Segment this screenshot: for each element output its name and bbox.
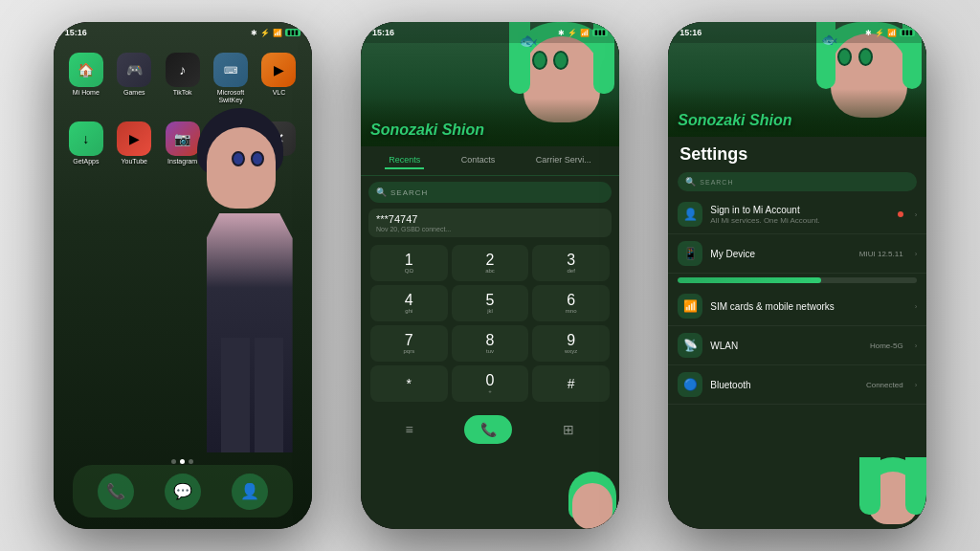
- key-7[interactable]: 7 pqrs: [370, 325, 448, 362]
- bluetooth-value: Connected: [866, 381, 903, 389]
- key-1[interactable]: 1 QΩ: [370, 245, 448, 281]
- wlan-value: Home-5G: [870, 342, 903, 350]
- bluetooth-title: Bluetooth: [710, 380, 858, 390]
- search-placeholder: SEARCH: [390, 188, 428, 197]
- app-icon-youtube[interactable]: ▶ YouTube: [113, 121, 155, 165]
- dialer-tabs: Recents Contacts Carrier Servi...: [361, 146, 619, 176]
- dialer-header: 🐟 Sonozaki Shion 15:16 ✱ ⚡ 📶 ▮▮▮: [361, 22, 619, 146]
- settings-item-wlan[interactable]: 📡 WLAN Home-5G ›: [668, 326, 926, 365]
- settings-header-name: Sonozaki Shion: [678, 112, 791, 129]
- status-icons-phone1: ✱ ⚡ 📶 ▮▮▮: [251, 29, 301, 37]
- device-chevron: ›: [915, 250, 918, 258]
- key-5[interactable]: 5 jkl: [452, 285, 529, 321]
- tab-recents[interactable]: Recents: [385, 152, 424, 169]
- key-4[interactable]: 4 ghi: [370, 285, 448, 321]
- tab-contacts[interactable]: Contacts: [457, 152, 500, 169]
- settings-header: 🐟 Sonozaki Shion 15:16 ✱ ⚡ 📶 ▮▮▮: [668, 22, 926, 137]
- bluetooth-chevron: ›: [915, 381, 918, 389]
- mi-account-icon: 👤: [678, 202, 702, 227]
- mi-account-chevron: ›: [915, 210, 918, 219]
- settings-item-bluetooth[interactable]: 🔵 Bluetooth Connected ›: [668, 365, 926, 405]
- status-bar-phone2: 15:16 ✱ ⚡ 📶 ▮▮▮: [361, 22, 619, 43]
- tab-carrier[interactable]: Carrier Servi...: [532, 152, 595, 169]
- settings-search[interactable]: 🔍 SEARCH: [678, 172, 917, 191]
- key-star[interactable]: *: [370, 365, 448, 402]
- bottom-character-peek: [552, 462, 619, 529]
- call-button[interactable]: 📞: [464, 415, 512, 444]
- dock-contact-icon[interactable]: 👤: [232, 474, 268, 510]
- dialer-grid-icon[interactable]: ⊞: [563, 422, 574, 437]
- device-storage-bar: [678, 277, 917, 283]
- key-8[interactable]: 8 tuv: [452, 325, 529, 362]
- status-bar-phone1: 15:16 ✱ ⚡ 📶 ▮▮▮: [54, 22, 312, 43]
- settings-item-sim[interactable]: 📶 SIM cards & mobile networks ›: [668, 287, 926, 326]
- mi-account-subtitle: All Mi services. One Mi Account.: [710, 216, 889, 225]
- device-icon: 📱: [678, 241, 702, 266]
- mi-account-title: Sign in to Mi Account: [710, 205, 889, 215]
- sim-title: SIM cards & mobile networks: [710, 301, 906, 312]
- sim-chevron: ›: [915, 302, 918, 311]
- wlan-title: WLAN: [710, 341, 862, 351]
- recent-number-text: ***74747: [376, 213, 604, 225]
- settings-bottom-character: [850, 452, 926, 529]
- recent-date-text: Nov 20, GSBD connect...: [376, 226, 604, 232]
- settings-title: Settings: [668, 137, 926, 168]
- status-time-phone3: 15:16: [679, 28, 702, 37]
- sim-icon: 📶: [678, 294, 702, 319]
- search-icon: 🔍: [376, 187, 387, 197]
- wallpaper-character: [159, 79, 312, 452]
- dialer-menu-icon[interactable]: ≡: [406, 422, 413, 437]
- device-value: MIUI 12.5.11: [859, 250, 903, 258]
- dialer-header-name: Sonozaki Shion: [370, 121, 484, 139]
- status-bar-phone3: 15:16 ✱ ⚡ 📶 ▮▮▮: [668, 22, 926, 43]
- key-0[interactable]: 0 +: [452, 365, 529, 402]
- dialer-bottom-controls: ≡ 📞 ⊞: [361, 409, 619, 450]
- dock: 📞 💬 👤: [73, 465, 293, 518]
- settings-item-mi-account[interactable]: 👤 Sign in to Mi Account All Mi services.…: [668, 195, 926, 234]
- device-storage-fill: [678, 277, 821, 283]
- app-icon-games[interactable]: 🎮 Games: [113, 53, 155, 103]
- mi-account-dot: [898, 211, 903, 217]
- recent-call[interactable]: ***74747 Nov 20, GSBD connect...: [368, 209, 612, 237]
- app-icon-mihome[interactable]: 🏠 Mi Home: [65, 53, 107, 103]
- bluetooth-icon: 🔵: [678, 372, 702, 397]
- status-time-phone1: 15:16: [65, 28, 87, 37]
- screenshot-container: 15:16 ✱ ⚡ 📶 ▮▮▮ 🏠 Mi Home 🎮: [0, 0, 980, 551]
- key-2[interactable]: 2 abc: [452, 245, 529, 281]
- phone3: 🐟 Sonozaki Shion 15:16 ✱ ⚡ 📶 ▮▮▮: [668, 22, 926, 529]
- settings-search-icon: 🔍: [685, 177, 696, 187]
- keypad: 1 QΩ 2 abc 3 def 4 ghi: [361, 241, 619, 406]
- page-dots: [54, 459, 312, 464]
- phone1: 15:16 ✱ ⚡ 📶 ▮▮▮ 🏠 Mi Home 🎮: [54, 22, 312, 529]
- app-icon-getapps[interactable]: ↓ GetApps: [65, 121, 107, 165]
- key-3[interactable]: 3 def: [532, 245, 610, 281]
- status-time-phone2: 15:16: [372, 28, 394, 37]
- dock-phone-icon[interactable]: 📞: [98, 474, 134, 510]
- settings-search-placeholder: SEARCH: [700, 179, 733, 186]
- dialer-search[interactable]: 🔍 SEARCH: [368, 182, 612, 203]
- key-hash[interactable]: #: [532, 365, 610, 402]
- key-6[interactable]: 6 mno: [532, 285, 610, 321]
- phone2: 🐟 Sonozaki Shion 15:16 ✱ ⚡ 📶 ▮▮▮: [361, 22, 619, 529]
- wlan-icon: 📡: [678, 333, 702, 358]
- wlan-chevron: ›: [915, 342, 918, 350]
- key-9[interactable]: 9 wxyz: [532, 325, 610, 362]
- settings-item-device[interactable]: 📱 My Device MIUI 12.5.11 ›: [668, 234, 926, 274]
- dock-message-icon[interactable]: 💬: [165, 474, 201, 510]
- device-title: My Device: [710, 249, 852, 259]
